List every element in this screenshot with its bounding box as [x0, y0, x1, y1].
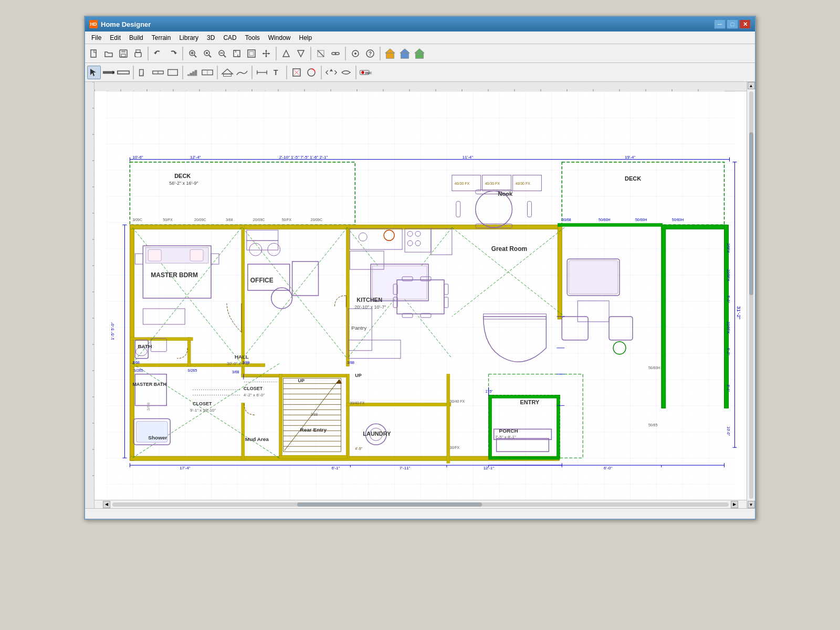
- terrain-tool-button[interactable]: [235, 66, 249, 79]
- floor1-button[interactable]: [383, 47, 397, 60]
- menu-item-tools[interactable]: Tools: [241, 33, 264, 43]
- svg-rect-52: [192, 71, 195, 76]
- svg-rect-156: [662, 225, 666, 408]
- svg-text:DECK: DECK: [625, 175, 641, 182]
- scroll-right-arrow[interactable]: ▶: [731, 501, 738, 508]
- svg-text:12'-4": 12'-4": [190, 155, 201, 160]
- new-button[interactable]: [87, 47, 101, 60]
- svg-text:3/68: 3/68: [132, 361, 140, 364]
- svg-text:ENTRY: ENTRY: [520, 399, 540, 405]
- zoom-in-button[interactable]: [186, 47, 200, 60]
- svg-rect-18: [248, 50, 255, 57]
- svg-text:6'-0": 6'-0": [604, 466, 612, 470]
- arrow-down-button[interactable]: [294, 47, 308, 60]
- svg-text:1'-5"  5'-0": 1'-5" 5'-0": [111, 322, 116, 340]
- window-tool-button[interactable]: [151, 66, 165, 79]
- minimize-button[interactable]: ─: [714, 19, 726, 29]
- svg-text:56'-2" x 16'-9": 56'-2" x 16'-9": [169, 181, 198, 186]
- zoom-all-button[interactable]: [245, 47, 258, 60]
- svg-text:30'-0" x 4'-0": 30'-0" x 4'-0": [227, 361, 250, 366]
- scroll-down-arrow[interactable]: ▼: [748, 501, 755, 508]
- svg-rect-45: [118, 71, 129, 74]
- svg-marker-38: [415, 48, 424, 52]
- transform-tool-button[interactable]: [339, 66, 353, 79]
- roof-tool-button[interactable]: [220, 66, 234, 79]
- menu-item-build[interactable]: Build: [125, 33, 148, 43]
- zoom-region-button[interactable]: [201, 47, 214, 60]
- svg-rect-19: [249, 51, 254, 56]
- record-button[interactable]: REC: [359, 66, 373, 79]
- select-tool-button[interactable]: [87, 66, 101, 79]
- menu-item-library[interactable]: Library: [175, 33, 203, 43]
- svg-text:50/FX: 50/FX: [163, 218, 173, 222]
- svg-text:50/FX: 50/FX: [282, 218, 292, 222]
- paint-tool-button[interactable]: [290, 66, 303, 79]
- svg-text:8'-1": 8'-1": [726, 385, 730, 392]
- application-window: HD Home Designer ─ □ ✕ File Edit Build T…: [84, 16, 756, 520]
- open-button[interactable]: [102, 47, 116, 60]
- menu-item-help[interactable]: Help: [295, 33, 316, 43]
- marker-button[interactable]: [314, 47, 328, 60]
- menu-item-edit[interactable]: Edit: [106, 33, 125, 43]
- move-view-button[interactable]: [259, 47, 273, 60]
- wall2-tool-button[interactable]: [117, 66, 130, 79]
- canvas-area[interactable]: 31'-2" 10'-6" 12'-4" 2'-10" 1'-5" 7'-5" …: [94, 91, 747, 500]
- undo-button[interactable]: [151, 47, 165, 60]
- close-button[interactable]: ✕: [739, 19, 751, 29]
- color-tool-button[interactable]: [304, 66, 318, 79]
- ruler-horizontal: [94, 82, 747, 91]
- menu-item-terrain[interactable]: Terrain: [148, 33, 175, 43]
- svg-text:2'-10"  1'-5"  7'-5"  1'-6"  2: 2'-10" 1'-5" 7'-5" 1'-6" 2'-1": [279, 155, 328, 160]
- arrow-up-button[interactable]: [279, 47, 293, 60]
- toolbar-main: ?: [85, 44, 755, 63]
- window-title: Home Designer: [101, 20, 714, 28]
- svg-rect-229: [190, 249, 203, 261]
- svg-marker-40: [90, 69, 96, 76]
- level-button[interactable]: [329, 47, 342, 60]
- svg-text:1'-5": 1'-5": [486, 390, 493, 393]
- save-button[interactable]: [117, 47, 130, 60]
- move-tool-button[interactable]: [324, 66, 338, 79]
- help-button[interactable]: ?: [363, 47, 377, 60]
- cabinet-tool-button[interactable]: [201, 66, 214, 79]
- svg-marker-44: [112, 70, 114, 74]
- svg-text:5'-0": 5'-0": [727, 296, 730, 303]
- menu-bar: File Edit Build Terrain Library 3D CAD T…: [85, 32, 755, 44]
- svg-text:?: ?: [369, 51, 372, 57]
- svg-text:BATH: BATH: [138, 343, 152, 349]
- floor3-button[interactable]: [413, 47, 426, 60]
- room-tool-button[interactable]: [166, 66, 180, 79]
- zoom-out-button[interactable]: [215, 47, 229, 60]
- zoom-fit-button[interactable]: [230, 47, 244, 60]
- scrollbar-horizontal[interactable]: ◀ ▶: [94, 500, 747, 508]
- svg-text:10'-0": 10'-0": [727, 426, 730, 436]
- print-button[interactable]: [131, 47, 145, 60]
- title-bar: HD Home Designer ─ □ ✕: [85, 17, 755, 32]
- restore-button[interactable]: □: [727, 19, 738, 29]
- svg-text:22/9FX: 22/9FX: [727, 269, 730, 281]
- menu-item-3d[interactable]: 3D: [203, 33, 219, 43]
- svg-text:30/FX: 30/FX: [450, 446, 460, 449]
- svg-text:40/30 FX: 40/30 FX: [485, 182, 500, 185]
- svg-rect-46: [140, 69, 143, 76]
- menu-item-cad[interactable]: CAD: [219, 33, 240, 43]
- scroll-left-arrow[interactable]: ◀: [103, 501, 110, 508]
- svg-text:10'-6": 10'-6": [132, 155, 143, 160]
- stair-tool-button[interactable]: [186, 66, 200, 79]
- door-tool-button[interactable]: [136, 66, 150, 79]
- floor2-button[interactable]: [398, 47, 412, 60]
- menu-item-window[interactable]: Window: [264, 33, 295, 43]
- status-bar: [85, 508, 755, 519]
- text-tool-button[interactable]: T: [270, 66, 284, 79]
- scrollbar-vertical[interactable]: ▲ ▼: [747, 82, 755, 508]
- svg-point-65: [361, 71, 364, 74]
- svg-text:3/68: 3/68: [146, 402, 151, 411]
- redo-button[interactable]: [166, 47, 180, 60]
- wall-tool-button[interactable]: [102, 66, 116, 79]
- menu-item-file[interactable]: File: [87, 33, 106, 43]
- svg-rect-167: [279, 374, 282, 458]
- dimension-tool-button[interactable]: [255, 66, 269, 79]
- scroll-up-arrow[interactable]: ▲: [748, 82, 755, 89]
- svg-rect-2: [121, 50, 125, 52]
- snap-button[interactable]: [349, 47, 362, 60]
